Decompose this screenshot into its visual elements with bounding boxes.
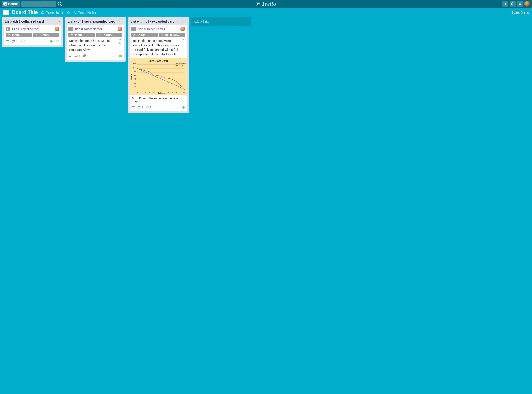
board-icon: [3, 2, 7, 5]
card-description: Description goes here. Space allows two …: [69, 39, 118, 52]
svg-rect-2: [5, 3, 6, 4]
expand-icon[interactable]: [119, 42, 122, 44]
svg-point-9: [512, 5, 513, 5]
filter-icon: [161, 33, 164, 36]
comments-indicator: 1: [12, 40, 18, 43]
comment-icon: [74, 54, 78, 58]
member-avatar[interactable]: [118, 26, 122, 31]
pill-label: In Review: [165, 33, 179, 37]
bell-icon: [518, 2, 522, 5]
legend-expected: Expected: [179, 62, 185, 65]
filter-icon: [35, 33, 38, 36]
status-dot: [119, 55, 122, 57]
comments-count: 1: [142, 106, 143, 109]
svg-rect-24: [145, 72, 146, 73]
add-list-button[interactable]: Add a list...: [191, 17, 251, 26]
board-color-swatch[interactable]: [3, 10, 9, 15]
attachment-icon: [145, 106, 149, 109]
svg-rect-35: [137, 68, 138, 69]
comment-icon: [12, 40, 15, 43]
card-number-badge: 6: [5, 27, 10, 31]
description-icon: [132, 106, 135, 109]
member-avatar[interactable]: [55, 26, 59, 31]
pill-issue[interactable]: Issue: [131, 33, 158, 37]
description-icon: [69, 54, 72, 58]
svg-rect-42: [164, 77, 165, 78]
svg-rect-1: [4, 3, 5, 5]
card-description: Description goes here. More content is v…: [132, 39, 180, 57]
pill-label: Status: [40, 33, 49, 37]
wrench-icon: [133, 33, 136, 36]
card-title: Title (Project Name): [74, 27, 102, 31]
list-menu-button[interactable]: ···: [182, 20, 186, 23]
list-menu-button[interactable]: ···: [119, 20, 123, 23]
status-dot: [50, 40, 53, 43]
star-icon[interactable]: [67, 11, 70, 14]
attachment-caption: Burn Down: Here's where we're at now.: [130, 95, 187, 104]
svg-rect-37: [145, 70, 146, 71]
list-semi-expanded: List with 1 semi-expanded card ··· 6 Tit…: [65, 17, 126, 62]
boards-button-label: Boards: [8, 2, 18, 5]
list-menu-button[interactable]: ···: [56, 20, 60, 23]
description-indicator: [69, 54, 72, 58]
card-number-badge: 6: [68, 27, 73, 31]
help-button[interactable]: [510, 1, 516, 7]
boards-button[interactable]: Boards: [2, 1, 20, 7]
page-title[interactable]: Board Title: [12, 10, 38, 15]
list-title[interactable]: List with fully expanded card: [130, 20, 175, 23]
wrench-icon: [70, 33, 73, 36]
pill-label: Issue: [75, 33, 83, 37]
notifications-button[interactable]: [517, 1, 523, 7]
description-icon: [6, 40, 10, 43]
svg-rect-10: [42, 12, 44, 14]
team-icon: [74, 11, 77, 14]
card-title: Title (Project Name): [12, 27, 39, 31]
board-menu-link[interactable]: Board Menu: [511, 10, 529, 14]
pill-status[interactable]: In Review: [159, 33, 185, 37]
svg-rect-43: [169, 78, 169, 79]
svg-rect-40: [156, 75, 158, 76]
svg-point-12: [75, 12, 76, 12]
team-name[interactable]: Team Name: [41, 10, 63, 14]
list-title[interactable]: List with 1 collapsed card: [5, 20, 44, 23]
status-dot: [182, 106, 185, 109]
pill-label: Status: [103, 33, 112, 37]
help-icon: [511, 2, 514, 5]
attachment-icon: [83, 54, 86, 58]
svg-rect-5: [256, 2, 260, 6]
svg-rect-32: [176, 85, 177, 86]
card[interactable]: 6 Title (Project Name) Issue In Review D…: [130, 25, 187, 111]
pill-issue[interactable]: Issue: [68, 33, 95, 37]
pill-status[interactable]: Status: [33, 33, 60, 37]
list-fully-expanded: List with fully expanded card ··· 6 Titl…: [128, 17, 189, 113]
user-avatar[interactable]: [524, 1, 530, 7]
chart-legend: Expected Actual: [176, 62, 185, 67]
add-button[interactable]: [502, 1, 508, 7]
briefcase-icon: [41, 11, 45, 14]
description-indicator: [6, 40, 10, 43]
attachments-indicator: 1: [83, 54, 89, 58]
board: List with 1 collapsed card ··· 6 Title (…: [0, 17, 532, 113]
card[interactable]: 6 Title (Project Name) Issue Status: [4, 25, 61, 45]
pill-status[interactable]: Status: [96, 33, 122, 37]
attachment-icon: [20, 40, 23, 43]
collapse-icon[interactable]: [119, 39, 122, 41]
comments-indicator: 1: [74, 54, 80, 58]
card[interactable]: 6 Title (Project Name) Issue Status Desc…: [67, 25, 124, 60]
comment-icon: [137, 106, 141, 109]
description-indicator: [132, 106, 135, 109]
list-title[interactable]: List with 1 semi-expanded card: [68, 20, 116, 23]
svg-rect-7: [258, 3, 260, 4]
pill-label: Issue: [12, 33, 20, 37]
card-title: Title (Project Name): [137, 27, 165, 31]
search-input[interactable]: [21, 1, 56, 7]
board-header: Board Title Team Name Team Visible Board…: [0, 8, 532, 17]
search-icon[interactable]: [57, 1, 63, 7]
expand-icon[interactable]: [56, 39, 59, 43]
pill-issue[interactable]: Issue: [5, 33, 32, 37]
collapse-icon[interactable]: [182, 39, 185, 41]
search-field[interactable]: [21, 1, 61, 7]
member-avatar[interactable]: [180, 26, 185, 31]
chart-yticks: 120100806040200: [133, 62, 136, 88]
visibility[interactable]: Team Visible: [74, 10, 96, 14]
